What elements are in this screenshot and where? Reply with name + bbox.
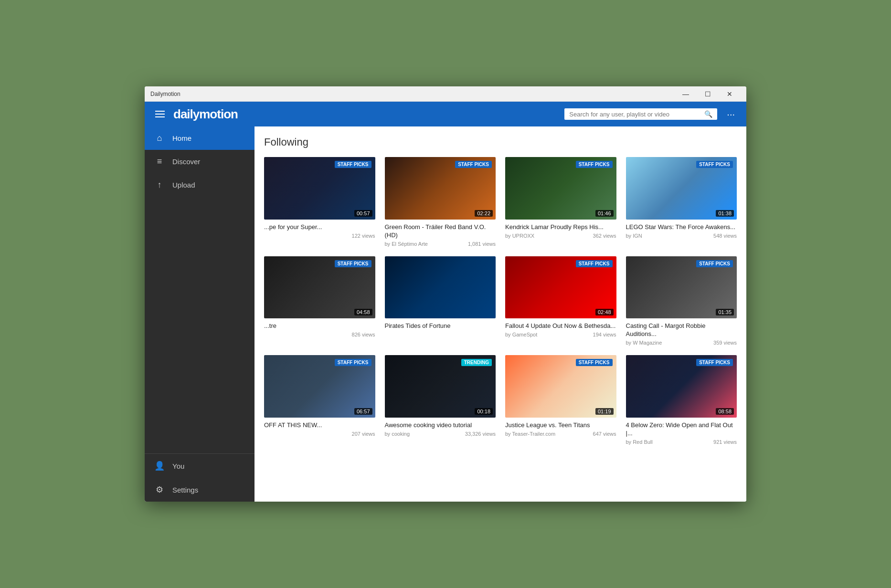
video-meta: 122 views xyxy=(264,233,375,239)
video-card[interactable]: STAFF PICKS 02:22 Green Room - Tráiler R… xyxy=(385,157,496,247)
video-meta: by cooking 33,326 views xyxy=(385,431,496,437)
sidebar-label-upload: Upload xyxy=(172,181,195,189)
video-views: 548 views xyxy=(713,233,737,239)
sidebar-item-home[interactable]: ⌂ Home xyxy=(145,126,255,150)
video-duration: 00:18 xyxy=(475,408,493,415)
search-input[interactable] xyxy=(569,111,700,118)
video-badge: TRENDING xyxy=(461,359,492,366)
settings-icon: ⚙ xyxy=(154,484,165,495)
sidebar-label-home: Home xyxy=(172,134,191,142)
hamburger-line xyxy=(155,116,165,117)
video-meta: 826 views xyxy=(264,332,375,337)
video-badge: STAFF PICKS xyxy=(576,260,613,267)
sidebar-item-discover[interactable]: ≡ Discover xyxy=(145,150,255,173)
video-title: LEGO Star Wars: The Force Awakens... xyxy=(626,223,737,231)
video-title: Green Room - Tráiler Red Band V.O. (HD) xyxy=(385,223,496,240)
video-title: ...pe for your Super... xyxy=(264,223,375,231)
video-badge: STAFF PICKS xyxy=(335,161,371,168)
video-card[interactable]: STAFF PICKS 08:58 4 Below Zero: Wide Ope… xyxy=(626,355,737,445)
video-meta: by El Séptimo Arte 1,081 views xyxy=(385,241,496,247)
sidebar-bottom: 👤 You ⚙ Settings xyxy=(145,453,255,502)
video-meta: by W Magazine 359 views xyxy=(626,340,737,346)
video-duration: 01:35 xyxy=(716,309,734,315)
title-bar: Dailymotion — ☐ ✕ xyxy=(145,86,746,102)
video-thumbnail: TRENDING 00:18 xyxy=(385,355,496,418)
video-views: 33,326 views xyxy=(465,431,496,437)
search-icon: 🔍 xyxy=(704,110,712,118)
video-thumbnail: STAFF PICKS 06:57 xyxy=(264,355,375,418)
video-author: by Teaser-Trailer.com xyxy=(505,431,555,437)
video-thumbnail: STAFF PICKS 00:57 xyxy=(264,157,375,220)
video-author: by IGN xyxy=(626,233,642,239)
search-bar: 🔍 xyxy=(564,108,717,120)
video-thumbnail: STAFF PICKS 01:38 xyxy=(626,157,737,220)
video-title: ...tre xyxy=(264,322,375,330)
video-badge: STAFF PICKS xyxy=(335,359,371,366)
video-thumbnail xyxy=(385,256,496,319)
video-author: by GameSpot xyxy=(505,332,537,337)
main-layout: ⌂ Home ≡ Discover ↑ Upload 👤 You ⚙ Setti… xyxy=(145,126,746,502)
hamburger-button[interactable] xyxy=(152,108,168,120)
video-card[interactable]: STAFF PICKS 02:48 Fallout 4 Update Out N… xyxy=(505,256,616,346)
video-thumbnail: STAFF PICKS 01:46 xyxy=(505,157,616,220)
video-views: 207 views xyxy=(352,431,375,437)
video-grid: STAFF PICKS 00:57 ...pe for your Super..… xyxy=(264,157,737,445)
video-card[interactable]: STAFF PICKS 01:35 Casting Call - Margot … xyxy=(626,256,737,346)
video-author: by El Séptimo Arte xyxy=(385,241,428,247)
video-card[interactable]: STAFF PICKS 01:38 LEGO Star Wars: The Fo… xyxy=(626,157,737,247)
thumb-content xyxy=(385,256,496,319)
video-views: 359 views xyxy=(713,340,737,346)
video-badge: STAFF PICKS xyxy=(455,161,492,168)
sidebar-label-you: You xyxy=(172,462,184,470)
video-duration: 02:48 xyxy=(595,309,614,315)
more-button[interactable]: ··· xyxy=(723,107,739,122)
sidebar-item-upload[interactable]: ↑ Upload xyxy=(145,173,255,197)
video-card[interactable]: STAFF PICKS 06:57 OFF AT THIS NEW... 207… xyxy=(264,355,375,445)
video-card[interactable]: STAFF PICKS 04:58 ...tre 826 views xyxy=(264,256,375,346)
sidebar-item-settings[interactable]: ⚙ Settings xyxy=(145,478,255,502)
sidebar-item-you[interactable]: 👤 You xyxy=(145,454,255,478)
video-card[interactable]: STAFF PICKS 00:57 ...pe for your Super..… xyxy=(264,157,375,247)
video-thumbnail: STAFF PICKS 01:19 xyxy=(505,355,616,418)
home-icon: ⌂ xyxy=(154,133,165,143)
top-navigation: dailymotion 🔍 ··· xyxy=(145,102,746,126)
video-views: 362 views xyxy=(593,233,616,239)
video-title: Kendrick Lamar Proudly Reps His... xyxy=(505,223,616,231)
video-thumbnail: STAFF PICKS 02:22 xyxy=(385,157,496,220)
video-duration: 06:57 xyxy=(354,408,372,415)
video-card[interactable]: TRENDING 00:18 Awesome cooking video tut… xyxy=(385,355,496,445)
upload-icon: ↑ xyxy=(154,180,165,190)
close-button[interactable]: ✕ xyxy=(719,86,741,102)
video-duration: 08:58 xyxy=(716,408,734,415)
video-views: 921 views xyxy=(713,439,737,445)
video-views: 826 views xyxy=(352,332,375,337)
video-card[interactable]: STAFF PICKS 01:19 Justice League vs. Tee… xyxy=(505,355,616,445)
logo: dailymotion xyxy=(173,107,559,122)
video-card[interactable]: STAFF PICKS 01:46 Kendrick Lamar Proudly… xyxy=(505,157,616,247)
video-meta: by UPROXX 362 views xyxy=(505,233,616,239)
video-title: 4 Below Zero: Wide Open and Flat Out |..… xyxy=(626,421,737,438)
video-duration: 01:38 xyxy=(716,210,734,217)
video-badge: STAFF PICKS xyxy=(576,161,613,168)
video-views: 647 views xyxy=(593,431,616,437)
window-title: Dailymotion xyxy=(150,91,675,97)
video-title: Justice League vs. Teen Titans xyxy=(505,421,616,430)
video-duration: 01:19 xyxy=(595,408,614,415)
minimize-button[interactable]: — xyxy=(675,86,697,102)
video-title: Awesome cooking video tutorial xyxy=(385,421,496,430)
user-icon: 👤 xyxy=(154,461,165,471)
video-badge: STAFF PICKS xyxy=(335,260,371,267)
video-badge: STAFF PICKS xyxy=(576,359,613,366)
video-card[interactable]: Pirates Tides of Fortune xyxy=(385,256,496,346)
video-author: by Red Bull xyxy=(626,439,653,445)
video-views: 122 views xyxy=(352,233,375,239)
video-thumbnail: STAFF PICKS 02:48 xyxy=(505,256,616,319)
video-thumbnail: STAFF PICKS 04:58 xyxy=(264,256,375,319)
maximize-button[interactable]: ☐ xyxy=(697,86,719,102)
video-title: Fallout 4 Update Out Now & Bethesda... xyxy=(505,322,616,330)
video-title: Pirates Tides of Fortune xyxy=(385,322,496,330)
video-title: Casting Call - Margot Robbie Auditions..… xyxy=(626,322,737,338)
sidebar: ⌂ Home ≡ Discover ↑ Upload 👤 You ⚙ Setti… xyxy=(145,126,255,502)
video-author: by cooking xyxy=(385,431,410,437)
video-views: 1,081 views xyxy=(468,241,496,247)
